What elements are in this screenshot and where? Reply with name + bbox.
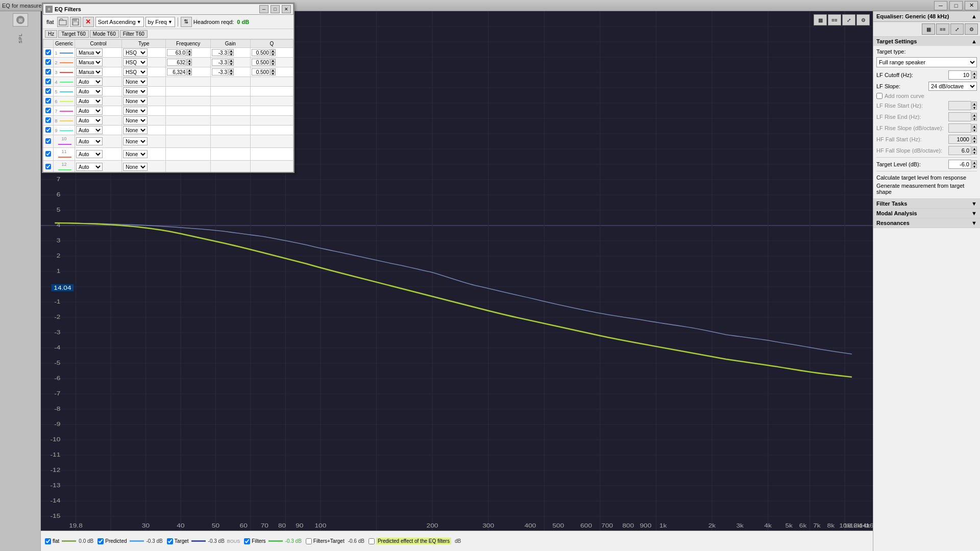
- filter-row-control-select[interactable]: Manual Auto: [76, 126, 103, 134]
- filter-row-checkbox[interactable]: [45, 69, 51, 74]
- lf-slope-select[interactable]: 24 dB/octave: [928, 82, 977, 91]
- filter-row-freq-input[interactable]: [167, 59, 186, 66]
- resonances-header[interactable]: Resonances ▼: [873, 218, 980, 228]
- panel-collapse-icon[interactable]: ▲: [971, 13, 977, 19]
- filter-row-control-select[interactable]: Manual Auto: [76, 97, 103, 105]
- filter-row-control-select[interactable]: Manual Auto: [76, 58, 103, 66]
- eq-window-maximize[interactable]: □: [271, 5, 280, 13]
- filter-row-type-select[interactable]: None: [123, 163, 148, 171]
- legend-predicted-checkbox[interactable]: [97, 538, 104, 544]
- filter-row-control-select[interactable]: Manual Auto: [76, 87, 103, 95]
- filter-row-checkbox[interactable]: [45, 127, 51, 133]
- filter-row-checkbox[interactable]: [45, 88, 51, 94]
- filter-row-freq-input[interactable]: [167, 49, 186, 56]
- tab-target-t60[interactable]: Target T60: [58, 30, 89, 38]
- top-icon-grid[interactable]: ▦: [814, 14, 827, 26]
- legend-filters-checkbox[interactable]: [244, 538, 250, 544]
- legend-flat-checkbox[interactable]: [45, 538, 51, 544]
- hf-fall-start-up[interactable]: ▲: [972, 135, 977, 139]
- q-up[interactable]: ▲: [271, 49, 276, 53]
- filter-row-control-select[interactable]: Manual Auto: [76, 150, 103, 158]
- filter-row-control-select[interactable]: Manual Auto: [76, 107, 103, 115]
- q-down[interactable]: ▼: [271, 53, 276, 56]
- filter-row-type-select[interactable]: HSQ: [123, 58, 148, 66]
- target-settings-header[interactable]: Target Settings ▲: [873, 37, 980, 46]
- panel-settings-icon[interactable]: ⚙: [965, 23, 978, 35]
- freq-dropdown[interactable]: by Freq ▼: [145, 17, 175, 27]
- filter-row-control-select[interactable]: Manual Auto: [76, 78, 103, 86]
- calc-target-link[interactable]: Calculate target level from response: [876, 173, 977, 182]
- app-maximize-button[interactable]: □: [949, 1, 963, 10]
- filter-row-control-select[interactable]: Manual Auto: [76, 137, 103, 145]
- hf-fall-slope-up[interactable]: ▲: [972, 146, 977, 151]
- filter-row-checkbox[interactable]: [45, 117, 51, 123]
- gain-up[interactable]: ▲: [229, 49, 234, 53]
- left-tool-btn-1[interactable]: ⊞: [13, 13, 28, 27]
- tab-filter-t60[interactable]: Filter T60: [120, 30, 148, 38]
- lf-rise-slope-up[interactable]: ▲: [972, 124, 977, 128]
- modal-analysis-header[interactable]: Modal Analysis ▼: [873, 209, 980, 218]
- filter-row-control-select[interactable]: Manual Auto: [76, 68, 103, 76]
- filter-row-type-select[interactable]: None: [123, 116, 148, 124]
- lf-rise-end-input[interactable]: [948, 112, 971, 121]
- q-up[interactable]: ▲: [271, 59, 276, 62]
- filter-row-type-select[interactable]: None: [123, 126, 148, 134]
- filter-row-q-input[interactable]: [252, 68, 270, 76]
- lf-rise-slope-down[interactable]: ▼: [972, 128, 977, 132]
- freq-down[interactable]: ▼: [187, 53, 192, 56]
- filter-row-control-select[interactable]: Manual Auto: [76, 116, 103, 124]
- q-down[interactable]: ▼: [271, 62, 276, 66]
- hf-fall-start-down[interactable]: ▼: [972, 139, 977, 143]
- filter-row-control-select[interactable]: Manual Auto: [76, 48, 103, 57]
- gen-measurement-link[interactable]: Generate measurement from target shape: [876, 182, 977, 196]
- freq-down[interactable]: ▼: [187, 62, 192, 66]
- lf-rise-start-up[interactable]: ▲: [972, 102, 977, 106]
- filter-row-type-select[interactable]: HSQ: [123, 48, 148, 57]
- eq-window-close[interactable]: ✕: [282, 5, 291, 13]
- filter-tasks-header[interactable]: Filter Tasks ▼: [873, 199, 980, 208]
- top-icon-settings[interactable]: ⚙: [856, 14, 870, 26]
- lf-rise-end-up[interactable]: ▲: [972, 113, 977, 117]
- target-level-input[interactable]: [948, 160, 971, 169]
- lf-cutoff-input[interactable]: [948, 70, 971, 80]
- target-level-up[interactable]: ▲: [972, 160, 977, 164]
- tab-mode-t60[interactable]: Mode T60: [90, 30, 119, 38]
- filter-row-checkbox[interactable]: [45, 138, 51, 144]
- filter-row-gain-input[interactable]: [212, 68, 228, 76]
- lf-rise-end-down[interactable]: ▼: [972, 117, 977, 121]
- filter-row-gain-input[interactable]: [212, 49, 228, 56]
- panel-move-icon[interactable]: ⤢: [950, 23, 964, 35]
- filter-row-type-select[interactable]: None: [123, 87, 148, 95]
- gain-up[interactable]: ▲: [229, 68, 234, 72]
- tab-hz[interactable]: Hz: [45, 30, 57, 38]
- q-down[interactable]: ▼: [271, 72, 276, 76]
- app-minimize-button[interactable]: ─: [934, 1, 947, 10]
- filter-row-type-select[interactable]: None: [123, 97, 148, 105]
- filter-row-type-select[interactable]: HSQ: [123, 68, 148, 76]
- filter-row-gain-input[interactable]: [212, 59, 228, 66]
- q-up[interactable]: ▲: [271, 68, 276, 72]
- freq-down[interactable]: ▼: [187, 72, 192, 76]
- lf-cutoff-up[interactable]: ▲: [972, 71, 977, 75]
- add-room-curve-checkbox[interactable]: [876, 93, 883, 99]
- filter-row-checkbox[interactable]: [45, 59, 51, 65]
- gain-down[interactable]: ▼: [229, 62, 234, 66]
- filter-row-checkbox[interactable]: [45, 79, 51, 84]
- top-icon-expand[interactable]: ⤢: [842, 14, 855, 26]
- app-close-button[interactable]: ✕: [965, 1, 978, 10]
- hf-fall-slope-down[interactable]: ▼: [972, 151, 977, 155]
- freq-up[interactable]: ▲: [187, 59, 192, 62]
- filter-row-type-select[interactable]: None: [123, 137, 148, 145]
- freq-up[interactable]: ▲: [187, 68, 192, 72]
- lf-cutoff-down[interactable]: ▼: [972, 75, 977, 79]
- legend-filters-target-checkbox[interactable]: [306, 538, 312, 544]
- save-button[interactable]: [70, 17, 81, 27]
- legend-target-checkbox[interactable]: [167, 538, 173, 544]
- legend-effect-checkbox[interactable]: [369, 538, 375, 544]
- gain-up[interactable]: ▲: [229, 59, 234, 62]
- gain-down[interactable]: ▼: [229, 72, 234, 76]
- filter-row-type-select[interactable]: None: [123, 107, 148, 115]
- hf-fall-slope-input[interactable]: [948, 146, 971, 155]
- filter-row-checkbox[interactable]: [45, 151, 51, 157]
- target-type-select[interactable]: Full range speaker: [876, 57, 977, 67]
